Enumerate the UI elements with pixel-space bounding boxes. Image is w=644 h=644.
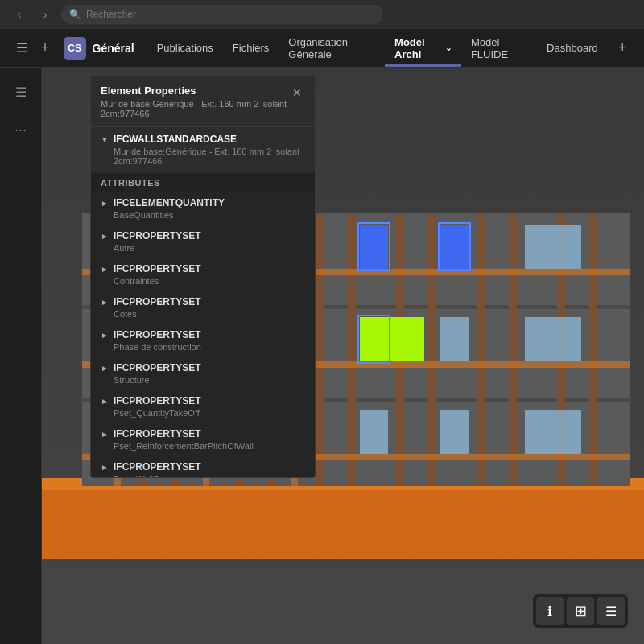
app-header: ☰ + CS Général Publications Fichiers Org… bbox=[0, 29, 644, 68]
nav-dashboard[interactable]: Dashboard bbox=[537, 29, 608, 67]
tree-arrow-2: ► bbox=[101, 265, 109, 274]
sidebar-menu-icon[interactable]: ☰ bbox=[6, 77, 35, 106]
tree-collapse-arrow: ▼ bbox=[101, 135, 109, 144]
tree-item-2[interactable]: ► IFCPROPERTYSET Contraintes bbox=[91, 258, 315, 291]
new-item-button[interactable]: + bbox=[33, 35, 56, 61]
props-header: Element Properties Mur de base:Générique… bbox=[91, 76, 315, 127]
viewer-toolbar: ℹ ⊞ ☰ bbox=[533, 594, 628, 628]
tree-sub-0: BaseQuantities bbox=[101, 210, 305, 220]
tree-item-8[interactable]: ► IFCPROPERTYSET Pset_WallCommon bbox=[91, 456, 315, 478]
props-subtitle: Mur de base:Générique - Ext. 160 mm 2 is… bbox=[101, 99, 289, 118]
tree-root-row: ▼ IFCWALLSTANDARDCASE bbox=[101, 134, 305, 145]
address-bar[interactable]: 🔍 bbox=[61, 5, 383, 24]
add-nav-button[interactable]: + bbox=[611, 35, 634, 61]
tree-arrow-0: ► bbox=[101, 199, 109, 208]
main-area: ☰ … bbox=[0, 68, 644, 644]
app-title: Général bbox=[93, 42, 134, 55]
search-input[interactable] bbox=[86, 9, 375, 20]
svg-rect-2 bbox=[42, 486, 644, 559]
tree-sub-3: Cotes bbox=[101, 309, 305, 319]
props-close-button[interactable]: ✕ bbox=[289, 85, 305, 101]
info-button[interactable]: ℹ bbox=[536, 597, 564, 625]
tree-label-2: IFCPROPERTYSET bbox=[114, 263, 201, 275]
info-icon: ℹ bbox=[547, 604, 552, 619]
sidebar-more-icon[interactable]: … bbox=[6, 113, 35, 142]
hamburger-button[interactable]: ☰ bbox=[10, 35, 33, 61]
tree-arrow-7: ► bbox=[101, 430, 109, 439]
tree-root-label: IFCWALLSTANDARDCASE bbox=[114, 134, 237, 145]
back-button[interactable]: ‹ bbox=[10, 5, 29, 24]
props-header-text: Element Properties Mur de base:Générique… bbox=[101, 85, 289, 118]
svg-rect-35 bbox=[440, 410, 469, 454]
tree-label-1: IFCPROPERTYSET bbox=[114, 230, 201, 242]
tree-sub-8: Pset_WallCommon bbox=[101, 474, 305, 478]
props-title: Element Properties bbox=[101, 85, 289, 97]
nav-links: Publications Fichiers Organisation Génér… bbox=[147, 29, 608, 67]
nav-fichiers[interactable]: Fichiers bbox=[223, 29, 279, 67]
tree-item-5[interactable]: ► IFCPROPERTYSET Structure bbox=[91, 357, 315, 390]
tree-label-8: IFCPROPERTYSET bbox=[114, 461, 201, 473]
svg-rect-15 bbox=[477, 213, 485, 486]
tree-label-6: IFCPROPERTYSET bbox=[114, 395, 201, 407]
tree-root-item[interactable]: ▼ IFCWALLSTANDARDCASE Mur de base:Généri… bbox=[91, 127, 315, 173]
element-properties-panel: Element Properties Mur de base:Générique… bbox=[90, 76, 316, 478]
svg-rect-24 bbox=[525, 225, 581, 269]
svg-rect-11 bbox=[316, 213, 324, 486]
app-logo: CS bbox=[64, 37, 86, 60]
svg-rect-28 bbox=[360, 317, 424, 361]
tree-item-6[interactable]: ► IFCPROPERTYSET Pset_QuantityTakeOff bbox=[91, 390, 315, 423]
tree-arrow-3: ► bbox=[101, 298, 109, 307]
nav-publications[interactable]: Publications bbox=[147, 29, 223, 67]
left-sidebar: ☰ … bbox=[0, 68, 42, 644]
tree-label-7: IFCPROPERTYSET bbox=[114, 428, 201, 440]
tree-sub-2: Contraintes bbox=[101, 276, 305, 286]
tree-item-1[interactable]: ► IFCPROPERTYSET Autre bbox=[91, 225, 315, 258]
tree-item-4[interactable]: ► IFCPROPERTYSET Phase de construction bbox=[91, 324, 315, 357]
svg-rect-18 bbox=[589, 213, 597, 486]
svg-rect-34 bbox=[360, 410, 388, 454]
tree-item-0[interactable]: ► IFCELEMENTQUANTITY BaseQuantities bbox=[91, 192, 315, 225]
svg-rect-29 bbox=[440, 317, 469, 361]
forward-button[interactable]: › bbox=[35, 5, 55, 24]
svg-rect-36 bbox=[525, 410, 581, 454]
svg-rect-23 bbox=[440, 225, 469, 269]
list-icon: ☰ bbox=[605, 604, 617, 619]
tree-sub-1: Autre bbox=[101, 243, 305, 253]
hierarchy-button[interactable]: ⊞ bbox=[567, 597, 594, 625]
tree-arrow-1: ► bbox=[101, 232, 109, 241]
tree-arrow-5: ► bbox=[101, 364, 109, 373]
search-icon: 🔍 bbox=[69, 9, 81, 20]
svg-rect-30 bbox=[525, 317, 581, 361]
tree-sub-7: Pset_ReinforcementBarPitchOfWall bbox=[101, 441, 305, 451]
tree-item-3[interactable]: ► IFCPROPERTYSET Cotes bbox=[91, 291, 315, 324]
tree-section: ▼ IFCWALLSTANDARDCASE Mur de base:Généri… bbox=[91, 127, 315, 478]
3d-viewer[interactable]: Element Properties Mur de base:Générique… bbox=[42, 68, 644, 644]
nav-organisation[interactable]: Organisation Générale bbox=[279, 29, 385, 67]
tree-arrow-8: ► bbox=[101, 463, 109, 472]
svg-rect-22 bbox=[360, 225, 388, 269]
nav-model-archi[interactable]: Model Archi ⌄ bbox=[385, 29, 461, 67]
list-button[interactable]: ☰ bbox=[597, 597, 625, 625]
svg-rect-14 bbox=[428, 213, 436, 486]
tree-label-5: IFCPROPERTYSET bbox=[114, 362, 201, 374]
tree-sub-4: Phase de construction bbox=[101, 342, 305, 352]
hierarchy-icon: ⊞ bbox=[575, 602, 587, 620]
tree-sub-6: Pset_QuantityTakeOff bbox=[101, 408, 305, 418]
tree-sub-5: Structure bbox=[101, 375, 305, 385]
browser-bar: ‹ › 🔍 bbox=[0, 0, 644, 29]
tree-label-0: IFCELEMENTQUANTITY bbox=[114, 197, 225, 208]
tree-item-7[interactable]: ► IFCPROPERTYSET Pset_ReinforcementBarPi… bbox=[91, 423, 315, 456]
svg-rect-12 bbox=[348, 213, 356, 486]
nav-model-fluide[interactable]: Model FLUIDE bbox=[461, 29, 537, 67]
tree-arrow-6: ► bbox=[101, 397, 109, 406]
tree-label-3: IFCPROPERTYSET bbox=[114, 296, 201, 308]
tree-arrow-4: ► bbox=[101, 331, 109, 340]
tree-label-4: IFCPROPERTYSET bbox=[114, 329, 201, 341]
svg-rect-16 bbox=[509, 213, 517, 486]
attributes-section-header: ATTRIBUTES bbox=[91, 173, 315, 192]
tree-root-sub: Mur de base:Générique - Ext. 160 mm 2 is… bbox=[101, 147, 305, 166]
dropdown-arrow-icon: ⌄ bbox=[445, 43, 452, 52]
